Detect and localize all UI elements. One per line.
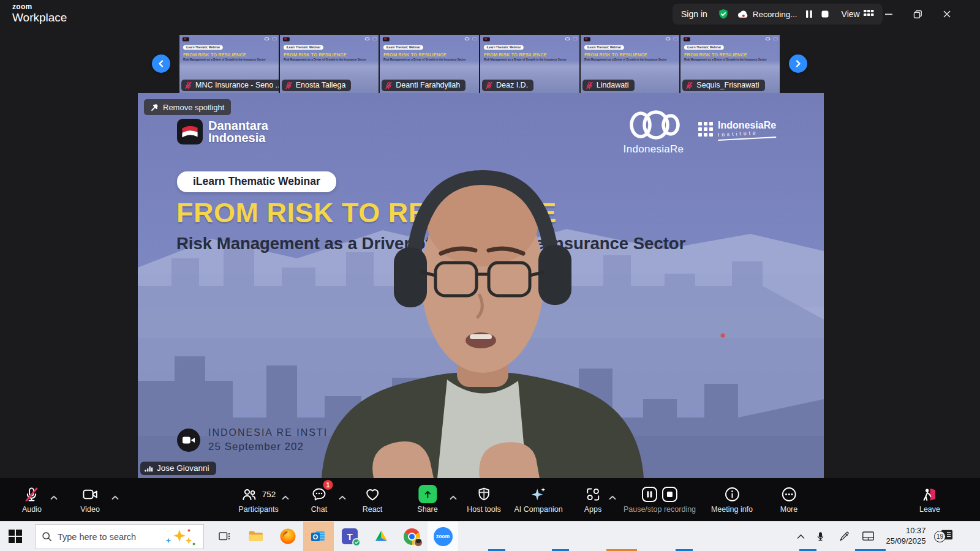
audio-button[interactable]: Audio	[22, 485, 42, 514]
ai-companion-button[interactable]: AI Companion	[514, 485, 562, 514]
security-shield-icon[interactable]	[717, 8, 729, 20]
clock-time: 10:37	[886, 526, 925, 536]
share-button[interactable]: Share	[417, 485, 437, 514]
tray-touchpad-icon[interactable]	[858, 522, 878, 551]
search-input[interactable]	[58, 532, 149, 542]
outlook-button[interactable]: O	[303, 522, 334, 551]
chrome-button[interactable]	[396, 522, 427, 551]
mini-slide-subtitle: Risk Management as a Driver of Growth in…	[284, 58, 366, 61]
participant-name-tag: Lindawati	[582, 80, 635, 91]
mini-slide-title: FROM RISK TO RESILIENCE	[183, 52, 246, 57]
participant-thumbnail[interactable]: iLearn Thematic Webinar FROM RISK TO RES…	[280, 35, 379, 93]
indonesiare-mini-logos	[665, 37, 677, 40]
more-label: More	[780, 505, 797, 514]
chat-button[interactable]: 1 Chat	[311, 485, 328, 514]
participant-thumbnail[interactable]: iLearn Thematic Webinar FROM RISK TO RES…	[680, 35, 780, 93]
mini-slide-title: FROM RISK TO RESILIENCE	[584, 52, 647, 57]
google-drive-button[interactable]	[366, 522, 396, 551]
chat-unread-badge: 1	[323, 480, 333, 490]
close-button[interactable]	[937, 5, 957, 23]
titlebar-status-pill: Sign in Recording... View	[673, 4, 883, 24]
minimize-button[interactable]	[878, 5, 899, 23]
stop-recording-button[interactable]	[662, 486, 678, 503]
clock-date: 25/09/2025	[886, 536, 925, 547]
mic-muted-icon	[23, 486, 40, 503]
participant-thumbnail[interactable]: iLearn Thematic Webinar FROM RISK TO RES…	[480, 35, 579, 93]
task-view-button[interactable]	[209, 522, 239, 551]
participant-name-tag: Enosta Tallega	[282, 80, 352, 91]
stop-recording-icon[interactable]	[821, 9, 829, 19]
indonesiare-mini-logos	[364, 37, 377, 40]
participant-name-tag: MNC Insurance - Seno ...	[181, 80, 279, 91]
tray-pen-icon[interactable]	[834, 522, 854, 551]
mini-slide-title: FROM RISK TO RESILIENCE	[383, 52, 447, 57]
cloud-recording-indicator[interactable]: Recording...	[737, 9, 797, 19]
video-button[interactable]: Video	[80, 485, 100, 514]
search-icon	[42, 531, 52, 542]
chevron-left-icon	[157, 60, 165, 67]
view-button[interactable]: View	[842, 9, 874, 19]
teams-status-icon	[352, 538, 361, 547]
apps-icon	[585, 486, 601, 503]
participant-thumbnail[interactable]: iLearn Thematic Webinar FROM RISK TO RES…	[179, 35, 279, 93]
audio-options-chevron[interactable]	[50, 492, 58, 503]
teams-button[interactable]: T	[334, 522, 365, 551]
spotlight-video[interactable]: Danantara Indonesia IndonesiaRe Indonesi…	[138, 93, 824, 478]
share-screen-icon	[418, 485, 437, 503]
chrome-profile-avatar	[414, 538, 423, 547]
firefox-icon	[279, 528, 296, 545]
leave-button[interactable]: Leave	[919, 485, 940, 514]
mini-slide-title: FROM RISK TO RESILIENCE	[484, 52, 547, 57]
apps-options-chevron[interactable]	[609, 492, 616, 503]
tray-microphone-icon[interactable]	[811, 522, 829, 551]
audio-level-icon	[145, 464, 153, 472]
participant-name-tag: Deanti Farahdyllah	[382, 80, 466, 91]
pause-recording-button[interactable]	[641, 486, 658, 503]
tray-show-hidden-icons[interactable]	[791, 522, 810, 551]
mini-slide-subtitle: Risk Management as a Driver of Growth in…	[383, 58, 466, 61]
indonesiare-mini-logos	[265, 37, 277, 40]
remove-spotlight-label: Remove spotlight	[163, 103, 224, 112]
audio-label: Audio	[22, 505, 42, 514]
video-options-chevron[interactable]	[111, 492, 119, 503]
pause-recording-icon[interactable]	[805, 9, 813, 19]
outlook-icon: O	[310, 528, 327, 545]
more-button[interactable]: More	[780, 485, 797, 514]
start-button[interactable]	[0, 522, 31, 551]
logo-workplace-text: Workplace	[12, 12, 67, 23]
chat-options-chevron[interactable]	[339, 492, 346, 503]
teams-icon: T	[342, 528, 358, 544]
apps-button[interactable]: Apps	[584, 485, 602, 514]
participant-thumbnail[interactable]: iLearn Thematic Webinar FROM RISK TO RES…	[380, 35, 479, 93]
notification-count-badge: 19	[934, 531, 946, 542]
react-button[interactable]: React	[363, 485, 383, 514]
participant-thumbnail[interactable]: iLearn Thematic Webinar FROM RISK TO RES…	[581, 35, 680, 93]
tray-clock[interactable]: 10:37 25/09/2025	[880, 522, 932, 551]
filmstrip-prev-button[interactable]	[152, 54, 170, 73]
remove-spotlight-button[interactable]: Remove spotlight	[144, 99, 231, 115]
host-tools-button[interactable]: Host tools	[467, 485, 501, 514]
indonesiare-mini-logos	[465, 37, 477, 40]
participant-name: Lindawati	[597, 81, 629, 89]
participants-options-chevron[interactable]	[282, 492, 289, 503]
filmstrip-next-button[interactable]	[789, 54, 807, 73]
notification-icon: 19	[940, 529, 954, 544]
share-options-chevron[interactable]	[450, 492, 457, 503]
participants-button[interactable]: 752 Participants	[238, 485, 278, 514]
leave-label: Leave	[919, 505, 940, 514]
meeting-info-button[interactable]: Meeting info	[711, 485, 753, 514]
windows-taskbar: O T zoom	[0, 521, 980, 551]
mic-muted-icon	[385, 81, 393, 89]
file-explorer-button[interactable]	[241, 522, 271, 551]
pin-icon	[151, 103, 159, 111]
sign-in-button[interactable]: Sign in	[681, 9, 707, 19]
meeting-toolbar: Audio Video 752 Participants 1 Chat	[0, 478, 980, 521]
participant-name-tag: Deaz I.D.	[482, 80, 533, 91]
restore-button[interactable]	[907, 5, 928, 23]
leave-meeting-icon	[921, 486, 938, 503]
firefox-button[interactable]	[273, 522, 303, 551]
zoom-app-button[interactable]: zoom	[428, 522, 458, 551]
taskbar-search[interactable]	[35, 524, 204, 549]
notification-center-button[interactable]: 19	[933, 522, 960, 551]
more-ellipsis-icon	[780, 486, 797, 503]
